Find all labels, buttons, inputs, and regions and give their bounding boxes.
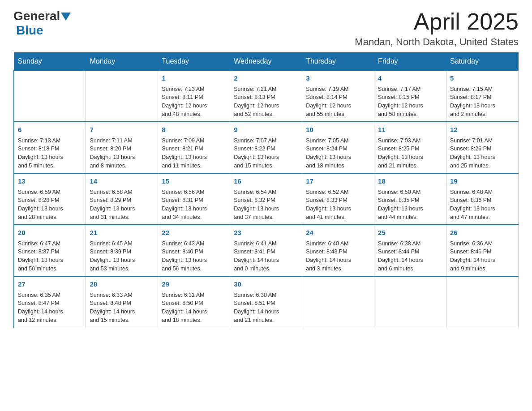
calendar-cell: 18Sunrise: 6:50 AM Sunset: 8:35 PM Dayli… — [374, 173, 446, 225]
calendar-week-5: 27Sunrise: 6:35 AM Sunset: 8:47 PM Dayli… — [14, 276, 519, 328]
page-header: General Blue April 2025 Mandan, North Da… — [13, 9, 519, 48]
calendar-cell: 1Sunrise: 7:23 AM Sunset: 8:11 PM Daylig… — [158, 70, 230, 122]
page-subtitle: Mandan, North Dakota, United States — [355, 36, 519, 48]
day-number: 15 — [162, 176, 226, 187]
calendar-cell — [374, 276, 446, 328]
calendar-cell: 17Sunrise: 6:52 AM Sunset: 8:33 PM Dayli… — [302, 173, 374, 225]
calendar-cell — [302, 276, 374, 328]
day-number: 18 — [378, 176, 442, 187]
calendar-week-4: 20Sunrise: 6:47 AM Sunset: 8:37 PM Dayli… — [14, 225, 519, 276]
calendar-cell — [86, 70, 158, 122]
day-number: 27 — [18, 279, 82, 290]
day-info: Sunrise: 6:52 AM Sunset: 8:33 PM Dayligh… — [306, 188, 370, 222]
day-number: 9 — [234, 125, 298, 135]
day-info: Sunrise: 6:40 AM Sunset: 8:43 PM Dayligh… — [306, 240, 370, 273]
day-number: 7 — [90, 125, 154, 135]
day-header-friday: Friday — [374, 53, 446, 71]
calendar-table: SundayMondayTuesdayWednesdayThursdayFrid… — [13, 52, 519, 328]
day-number: 8 — [162, 125, 226, 135]
calendar-cell: 15Sunrise: 6:56 AM Sunset: 8:31 PM Dayli… — [158, 173, 230, 225]
day-info: Sunrise: 6:36 AM Sunset: 8:46 PM Dayligh… — [450, 240, 515, 273]
day-info: Sunrise: 6:31 AM Sunset: 8:50 PM Dayligh… — [162, 291, 226, 325]
day-info: Sunrise: 6:43 AM Sunset: 8:40 PM Dayligh… — [162, 240, 226, 273]
day-number: 28 — [90, 279, 154, 290]
day-info: Sunrise: 7:13 AM Sunset: 8:18 PM Dayligh… — [18, 137, 82, 170]
calendar-header: SundayMondayTuesdayWednesdayThursdayFrid… — [14, 53, 519, 71]
day-number: 6 — [18, 125, 82, 135]
day-number: 22 — [162, 228, 226, 238]
calendar-cell: 13Sunrise: 6:59 AM Sunset: 8:28 PM Dayli… — [14, 173, 86, 225]
calendar-cell: 3Sunrise: 7:19 AM Sunset: 8:14 PM Daylig… — [302, 70, 374, 122]
day-number: 19 — [450, 176, 515, 187]
day-info: Sunrise: 7:01 AM Sunset: 8:26 PM Dayligh… — [450, 137, 515, 170]
calendar-cell: 19Sunrise: 6:48 AM Sunset: 8:36 PM Dayli… — [446, 173, 519, 225]
day-number: 14 — [90, 176, 154, 187]
day-header-thursday: Thursday — [302, 53, 374, 71]
day-number: 13 — [18, 176, 82, 187]
calendar-cell: 6Sunrise: 7:13 AM Sunset: 8:18 PM Daylig… — [14, 122, 86, 173]
day-info: Sunrise: 7:23 AM Sunset: 8:11 PM Dayligh… — [162, 85, 226, 119]
calendar-cell — [446, 276, 519, 328]
calendar-cell: 24Sunrise: 6:40 AM Sunset: 8:43 PM Dayli… — [302, 225, 374, 276]
day-number: 17 — [306, 176, 370, 187]
day-info: Sunrise: 6:33 AM Sunset: 8:48 PM Dayligh… — [90, 291, 154, 325]
day-info: Sunrise: 6:59 AM Sunset: 8:28 PM Dayligh… — [18, 188, 82, 222]
day-header-wednesday: Wednesday — [230, 53, 302, 71]
day-number: 25 — [378, 228, 442, 238]
day-info: Sunrise: 7:03 AM Sunset: 8:25 PM Dayligh… — [378, 137, 442, 170]
day-number: 3 — [306, 73, 370, 84]
day-info: Sunrise: 7:21 AM Sunset: 8:13 PM Dayligh… — [234, 85, 298, 119]
day-number: 11 — [378, 125, 442, 135]
days-of-week-row: SundayMondayTuesdayWednesdayThursdayFrid… — [14, 53, 519, 71]
calendar-cell: 9Sunrise: 7:07 AM Sunset: 8:22 PM Daylig… — [230, 122, 302, 173]
day-info: Sunrise: 6:47 AM Sunset: 8:37 PM Dayligh… — [18, 240, 82, 273]
logo-arrow-icon — [61, 13, 71, 21]
calendar-cell: 23Sunrise: 6:41 AM Sunset: 8:41 PM Dayli… — [230, 225, 302, 276]
calendar-cell: 22Sunrise: 6:43 AM Sunset: 8:40 PM Dayli… — [158, 225, 230, 276]
logo: General Blue — [13, 9, 71, 38]
calendar-cell: 5Sunrise: 7:15 AM Sunset: 8:17 PM Daylig… — [446, 70, 519, 122]
day-info: Sunrise: 6:58 AM Sunset: 8:29 PM Dayligh… — [90, 188, 154, 222]
day-info: Sunrise: 7:15 AM Sunset: 8:17 PM Dayligh… — [450, 85, 515, 119]
calendar-week-1: 1Sunrise: 7:23 AM Sunset: 8:11 PM Daylig… — [14, 70, 519, 122]
day-info: Sunrise: 7:17 AM Sunset: 8:15 PM Dayligh… — [378, 85, 442, 119]
day-number: 20 — [18, 228, 82, 238]
day-number: 4 — [378, 73, 442, 84]
calendar-cell: 10Sunrise: 7:05 AM Sunset: 8:24 PM Dayli… — [302, 122, 374, 173]
calendar-cell: 25Sunrise: 6:38 AM Sunset: 8:44 PM Dayli… — [374, 225, 446, 276]
calendar-cell: 2Sunrise: 7:21 AM Sunset: 8:13 PM Daylig… — [230, 70, 302, 122]
day-number: 5 — [450, 73, 515, 84]
day-number: 24 — [306, 228, 370, 238]
day-number: 26 — [450, 228, 515, 238]
day-header-tuesday: Tuesday — [158, 53, 230, 71]
day-header-monday: Monday — [86, 53, 158, 71]
title-block: April 2025 Mandan, North Dakota, United … — [355, 9, 519, 48]
calendar-cell: 30Sunrise: 6:30 AM Sunset: 8:51 PM Dayli… — [230, 276, 302, 328]
day-info: Sunrise: 7:05 AM Sunset: 8:24 PM Dayligh… — [306, 137, 370, 170]
day-number: 12 — [450, 125, 515, 135]
day-info: Sunrise: 6:48 AM Sunset: 8:36 PM Dayligh… — [450, 188, 515, 222]
calendar-week-2: 6Sunrise: 7:13 AM Sunset: 8:18 PM Daylig… — [14, 122, 519, 173]
page-title: April 2025 — [355, 9, 519, 34]
day-info: Sunrise: 6:35 AM Sunset: 8:47 PM Dayligh… — [18, 291, 82, 325]
day-info: Sunrise: 7:11 AM Sunset: 8:20 PM Dayligh… — [90, 137, 154, 170]
svg-marker-0 — [61, 13, 71, 21]
calendar-cell: 26Sunrise: 6:36 AM Sunset: 8:46 PM Dayli… — [446, 225, 519, 276]
day-info: Sunrise: 6:45 AM Sunset: 8:39 PM Dayligh… — [90, 240, 154, 273]
calendar-cell: 16Sunrise: 6:54 AM Sunset: 8:32 PM Dayli… — [230, 173, 302, 225]
calendar-cell: 14Sunrise: 6:58 AM Sunset: 8:29 PM Dayli… — [86, 173, 158, 225]
day-number: 16 — [234, 176, 298, 187]
calendar-cell: 21Sunrise: 6:45 AM Sunset: 8:39 PM Dayli… — [86, 225, 158, 276]
calendar-cell: 27Sunrise: 6:35 AM Sunset: 8:47 PM Dayli… — [14, 276, 86, 328]
calendar-cell: 28Sunrise: 6:33 AM Sunset: 8:48 PM Dayli… — [86, 276, 158, 328]
calendar-cell: 12Sunrise: 7:01 AM Sunset: 8:26 PM Dayli… — [446, 122, 519, 173]
day-info: Sunrise: 6:54 AM Sunset: 8:32 PM Dayligh… — [234, 188, 298, 222]
day-info: Sunrise: 7:07 AM Sunset: 8:22 PM Dayligh… — [234, 137, 298, 170]
day-number: 21 — [90, 228, 154, 238]
day-number: 23 — [234, 228, 298, 238]
day-info: Sunrise: 6:41 AM Sunset: 8:41 PM Dayligh… — [234, 240, 298, 273]
day-number: 30 — [234, 279, 298, 290]
day-number: 2 — [234, 73, 298, 84]
day-info: Sunrise: 7:19 AM Sunset: 8:14 PM Dayligh… — [306, 85, 370, 119]
day-info: Sunrise: 6:30 AM Sunset: 8:51 PM Dayligh… — [234, 291, 298, 325]
